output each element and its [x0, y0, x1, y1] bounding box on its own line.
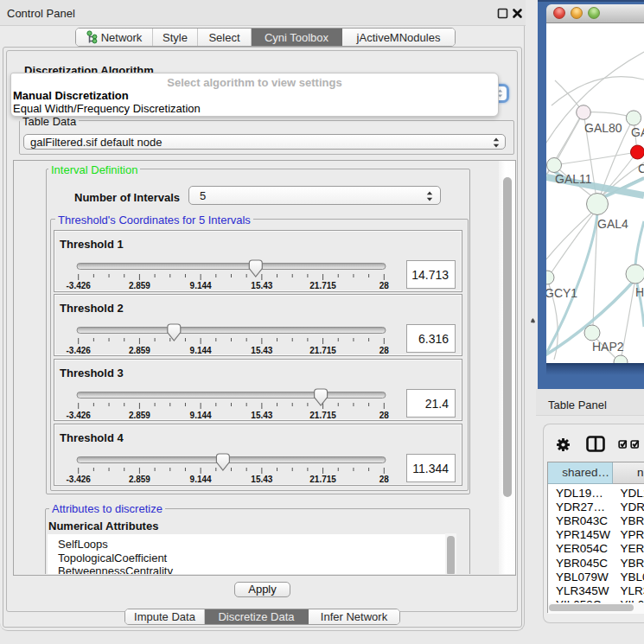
svg-text:H: H [635, 285, 644, 299]
svg-text:C: C [638, 162, 644, 175]
svg-text:GAL4: GAL4 [597, 217, 628, 231]
svg-text:GCY1: GCY1 [546, 286, 577, 300]
svg-text:HAP2: HAP2 [592, 340, 624, 354]
svg-text:GAL80: GAL80 [584, 121, 622, 135]
svg-text:GA: GA [631, 125, 644, 139]
svg-text:GAL11: GAL11 [555, 172, 592, 186]
